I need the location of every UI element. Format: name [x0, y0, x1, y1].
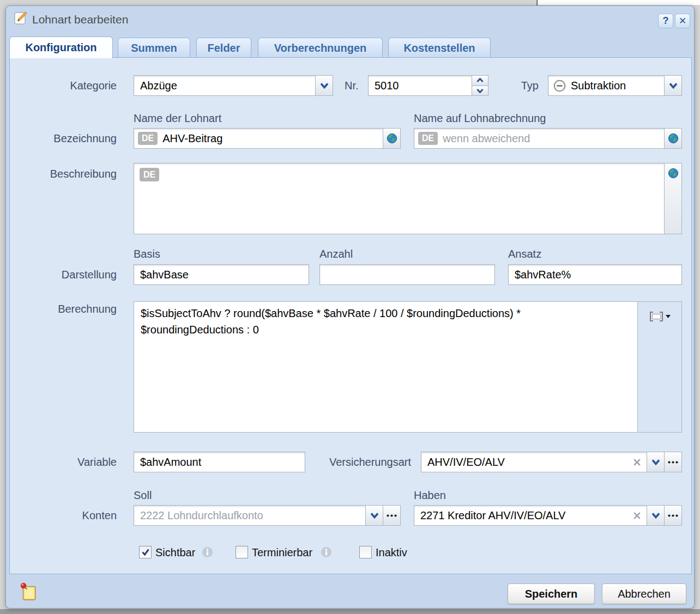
tab-summen[interactable]: Summen: [118, 38, 190, 58]
sichtbar-label: Sichtbar: [155, 546, 195, 559]
close-icon: ✕: [679, 15, 686, 27]
soll-konto-combo[interactable]: 2222 Lohndurchlaufkonto: [134, 505, 401, 526]
tab-label: Konfiguration: [25, 41, 96, 54]
inaktiv-label: Inaktiv: [376, 546, 407, 559]
tab-label: Felder: [207, 42, 240, 54]
ellipsis-icon: [668, 461, 678, 464]
typ-dropdown-trigger[interactable]: [664, 76, 681, 95]
clear-x-icon: [632, 511, 642, 520]
globe-icon: [668, 133, 679, 144]
versicherungsart-combo[interactable]: AHV/IV/EO/ALV: [421, 452, 682, 472]
kategorie-value: Abzüge: [134, 80, 177, 92]
sticky-note-button[interactable]: [19, 581, 37, 603]
translate-trigger[interactable]: [383, 129, 400, 148]
soll-browse-button[interactable]: [383, 506, 400, 525]
cancel-button-label: Abbrechen: [618, 588, 671, 600]
chevron-down-icon: [651, 459, 660, 465]
kategorie-dropdown-trigger[interactable]: [315, 76, 333, 95]
versicherungsart-dropdown-trigger[interactable]: [647, 452, 664, 472]
clear-x-icon: [632, 458, 642, 467]
kategorie-label: Kategorie: [23, 75, 117, 96]
help-icon: ?: [663, 15, 669, 27]
nr-label: Nr.: [345, 75, 366, 96]
lang-badge-de: DE: [418, 132, 438, 145]
desktop-background: [538, 0, 700, 5]
basis-field[interactable]: $ahvBase: [134, 264, 309, 285]
name-abrechnung-field[interactable]: DE wenn abweichend: [414, 128, 682, 149]
desktop-background-bottom: [0, 609, 700, 614]
berechnung-label: Berechnung: [23, 303, 117, 315]
translate-trigger[interactable]: [664, 163, 681, 234]
spinner-up-icon: [476, 78, 484, 83]
berechnung-value: $isSubjectToAhv ? round($ahvBase * $ahvR…: [141, 305, 600, 338]
chevron-down-icon: [669, 83, 678, 89]
info-icon[interactable]: [321, 546, 332, 558]
translate-trigger[interactable]: [664, 129, 681, 148]
globe-icon: [387, 133, 397, 144]
inaktiv-checkbox[interactable]: [359, 546, 372, 558]
lang-badge-de: DE: [138, 132, 158, 145]
spinner-down-icon: [476, 88, 484, 93]
tab-kostenstellen[interactable]: Kostenstellen: [388, 38, 491, 58]
clear-button[interactable]: [632, 511, 642, 520]
versicherungsart-value: AHV/IV/EO/ALV: [421, 456, 505, 469]
tab-vorberechnungen[interactable]: Vorberechnungen: [258, 38, 383, 58]
formula-field-icon: [648, 311, 671, 323]
ansatz-label: Ansatz: [508, 247, 541, 260]
haben-browse-button[interactable]: [664, 506, 681, 525]
kategorie-select[interactable]: Abzüge: [134, 75, 333, 96]
variable-field[interactable]: $ahvAmount: [134, 452, 305, 472]
tab-felder[interactable]: Felder: [196, 38, 251, 58]
ansatz-field[interactable]: $ahvRate%: [508, 264, 682, 285]
sichtbar-checkbox[interactable]: [139, 546, 152, 558]
darstellung-label: Darstellung: [23, 264, 117, 285]
ellipsis-icon: [387, 514, 397, 517]
info-icon[interactable]: [202, 546, 213, 558]
versicherungsart-label: Versicherungsart: [306, 452, 411, 472]
terminierbar-checkbox[interactable]: [236, 546, 248, 558]
checkmark-icon: [141, 548, 150, 556]
tab-label: Kostenstellen: [403, 42, 475, 54]
beschreibung-body[interactable]: DE: [134, 163, 664, 234]
ellipsis-icon: [668, 514, 678, 517]
variable-label: Variable: [23, 452, 117, 472]
bezeichnung-field[interactable]: DE AHV-Beitrag: [134, 128, 401, 149]
lang-badge-de: DE: [140, 168, 159, 181]
basis-label: Basis: [134, 247, 160, 260]
help-button[interactable]: ?: [658, 14, 673, 28]
basis-value: $ahvBase: [134, 269, 189, 281]
typ-select[interactable]: Subtraktion: [548, 75, 682, 96]
spinner-up-button[interactable]: [472, 76, 488, 86]
haben-label: Haben: [414, 489, 446, 502]
globe-icon: [668, 168, 679, 179]
clear-button[interactable]: [632, 458, 642, 467]
bezeichnung-label: Bezeichnung: [23, 128, 117, 149]
anzahl-label: Anzahl: [319, 247, 353, 260]
ansatz-value: $ahvRate%: [509, 269, 571, 281]
save-button[interactable]: Speichern: [508, 583, 595, 604]
chevron-down-icon: [370, 513, 379, 519]
soll-dropdown-trigger[interactable]: [365, 506, 383, 525]
versicherungsart-browse-button[interactable]: [664, 452, 681, 472]
nr-spinner[interactable]: 5010: [368, 75, 488, 96]
bezeichnung-value: AHV-Beitrag: [158, 132, 222, 145]
beschreibung-label: Beschreibung: [23, 168, 117, 180]
cancel-button[interactable]: Abbrechen: [602, 583, 686, 604]
nr-spinner-triggers: [472, 76, 488, 95]
beschreibung-textarea[interactable]: DE: [134, 163, 682, 234]
nr-value: 5010: [369, 80, 399, 92]
typ-value: Subtraktion: [566, 80, 626, 92]
variable-picker-button[interactable]: [648, 311, 671, 323]
haben-konto-combo[interactable]: 2271 Kreditor AHV/IV/EO/ALV: [414, 505, 682, 526]
close-button[interactable]: ✕: [675, 14, 690, 28]
typ-label: Typ: [508, 75, 539, 96]
berechnung-textarea[interactable]: $isSubjectToAhv ? round($ahvBase * $ahvR…: [134, 301, 638, 433]
tab-label: Vorberechnungen: [274, 42, 367, 54]
chevron-down-icon: [651, 513, 660, 519]
tab-konfiguration[interactable]: Konfiguration: [9, 37, 113, 58]
anzahl-field[interactable]: [319, 264, 495, 285]
haben-dropdown-trigger[interactable]: [647, 506, 664, 525]
spinner-down-button[interactable]: [472, 86, 488, 96]
desktop-background-line: [536, 0, 538, 5]
edit-note-icon: [14, 11, 28, 25]
